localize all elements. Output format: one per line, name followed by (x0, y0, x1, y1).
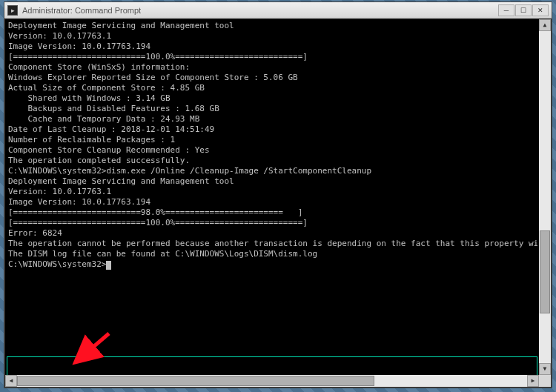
output-line: Image Version: 10.0.17763.194 (8, 41, 537, 52)
cursor-icon (106, 261, 111, 270)
scroll-left-button[interactable]: ◀ (5, 375, 17, 387)
output-line: Number of Reclaimable Packages : 1 (8, 135, 537, 145)
error-message-line: The operation cannot be performed becaus… (8, 239, 537, 249)
output-line: Date of Last Cleanup : 2018-12-01 14:51:… (8, 124, 537, 135)
scroll-right-button[interactable]: ▶ (527, 375, 539, 387)
progress-line: [===========================100.0%======… (8, 218, 537, 228)
scrollbar-corner (539, 375, 551, 387)
prompt-line: C:\WINDOWS\system32> (8, 259, 537, 270)
output-line: The operation completed successfully. (8, 156, 537, 166)
horizontal-scrollbar[interactable]: ◀ ▶ (5, 375, 539, 387)
vertical-scrollbar[interactable]: ▲ ▼ (539, 19, 551, 375)
output-line: Component Store Cleanup Recommended : Ye… (8, 145, 537, 156)
output-line: Deployment Image Servicing and Managemen… (8, 176, 537, 187)
console-output: Deployment Image Servicing and Managemen… (8, 21, 537, 373)
window-title: Administrator: Command Prompt (22, 6, 141, 15)
close-button[interactable]: ✕ (532, 4, 549, 16)
scroll-track[interactable] (539, 31, 551, 363)
scroll-track[interactable] (17, 375, 527, 387)
output-line: Shared with Windows : 3.14 GB (8, 93, 537, 104)
output-line: Deployment Image Servicing and Managemen… (8, 21, 537, 31)
error-line: Error: 6824 (8, 228, 537, 239)
output-line: The DISM log file can be found at C:\WIN… (8, 249, 537, 259)
output-line: Windows Explorer Reported Size of Compon… (8, 73, 537, 83)
command-prompt-window: ▸ Administrator: Command Prompt ─ ☐ ✕ De… (4, 1, 552, 388)
output-line: Actual Size of Component Store : 4.85 GB (8, 83, 537, 93)
scroll-thumb[interactable] (17, 376, 374, 386)
console-area[interactable]: Deployment Image Servicing and Managemen… (4, 19, 552, 388)
output-line: Backups and Disabled Features : 1.68 GB (8, 104, 537, 114)
scroll-down-button[interactable]: ▼ (539, 363, 551, 375)
scroll-up-button[interactable]: ▲ (539, 19, 551, 31)
titlebar[interactable]: ▸ Administrator: Command Prompt ─ ☐ ✕ (4, 2, 552, 19)
scroll-thumb[interactable] (540, 230, 550, 313)
output-line: Image Version: 10.0.17763.194 (8, 197, 537, 207)
output-line: Component Store (WinSxS) information: (8, 62, 537, 73)
output-line: Version: 10.0.17763.1 (8, 31, 537, 41)
minimize-button[interactable]: ─ (498, 4, 514, 16)
progress-line: [==========================98.0%========… (8, 207, 537, 218)
output-line: Cache and Temporary Data : 24.93 MB (8, 114, 537, 124)
prompt-line: C:\WINDOWS\system32>dism.exe /Online /Cl… (8, 166, 537, 176)
maximize-button[interactable]: ☐ (515, 4, 532, 16)
progress-line: [===========================100.0%======… (8, 52, 537, 62)
app-icon: ▸ (7, 5, 18, 16)
window-controls: ─ ☐ ✕ (497, 4, 549, 16)
output-line: Version: 10.0.17763.1 (8, 187, 537, 197)
